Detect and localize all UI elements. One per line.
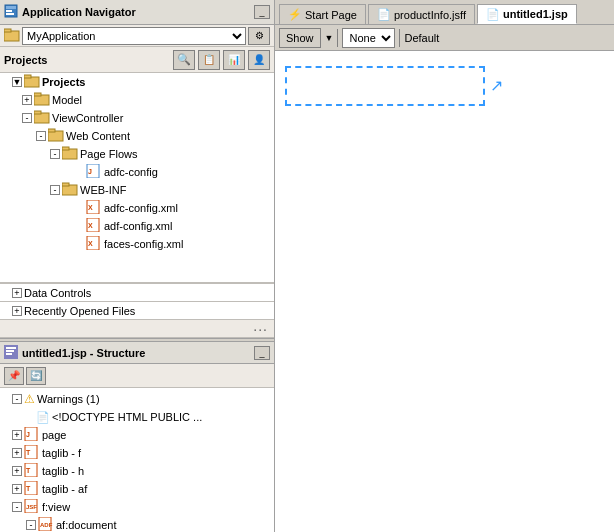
user-button[interactable]: 👤 bbox=[248, 50, 270, 70]
show-dropdown-icon: ▼ bbox=[325, 33, 334, 43]
svg-rect-13 bbox=[48, 129, 55, 132]
tree-item-doctype[interactable]: 📄 <!DOCTYPE HTML PUBLIC ... bbox=[0, 408, 274, 426]
expand-fview[interactable]: - bbox=[12, 502, 22, 512]
structure-btn2[interactable]: 🔄 bbox=[26, 367, 46, 385]
svg-rect-11 bbox=[34, 111, 41, 114]
structure-title: untitled1.jsp - Structure bbox=[22, 347, 145, 359]
svg-rect-15 bbox=[62, 147, 69, 150]
right-panel: Show ▼ None Default ↗ bbox=[275, 25, 614, 532]
view2-button[interactable]: 📊 bbox=[223, 50, 245, 70]
fview-label: f:view bbox=[42, 501, 70, 513]
untitled1-icon: 📄 bbox=[486, 8, 500, 21]
recently-opened-label: Recently Opened Files bbox=[24, 305, 135, 317]
product-info-label: productInfo.jsff bbox=[394, 9, 466, 21]
tree-item-page[interactable]: + J page bbox=[0, 426, 274, 444]
expand-data-controls[interactable]: + bbox=[12, 288, 22, 298]
structure-btn1[interactable]: 📌 bbox=[4, 367, 24, 385]
expand-warnings[interactable]: - bbox=[12, 394, 22, 404]
expand-viewcontroller[interactable]: - bbox=[22, 113, 32, 123]
expand-model[interactable]: + bbox=[22, 95, 32, 105]
none-combo[interactable]: None bbox=[342, 28, 395, 48]
expand-taglib-h[interactable]: + bbox=[12, 466, 22, 476]
product-info-icon: 📄 bbox=[377, 8, 391, 21]
tree-item-adfc-config-xml[interactable]: X adfc-config.xml bbox=[0, 199, 274, 217]
taglib-af-label: taglib - af bbox=[42, 483, 87, 495]
doctype-icon: 📄 bbox=[36, 411, 50, 424]
search-button[interactable]: 🔍 bbox=[173, 50, 195, 70]
svg-text:T: T bbox=[26, 485, 31, 492]
webinf-label: WEB-INF bbox=[80, 184, 126, 196]
structure-panel-icon bbox=[4, 345, 18, 361]
svg-rect-7 bbox=[24, 75, 31, 78]
viewcontroller-folder-icon bbox=[34, 110, 50, 126]
svg-text:T: T bbox=[26, 467, 31, 474]
app-navigator-title-bar: Application Navigator _ bbox=[0, 0, 275, 24]
svg-text:X: X bbox=[88, 240, 93, 247]
start-page-label: Start Page bbox=[305, 9, 357, 21]
adfc-config-label: adfc-config bbox=[104, 166, 158, 178]
afdocument-label: af:document bbox=[56, 519, 117, 531]
expand-recently-opened[interactable]: + bbox=[12, 306, 22, 316]
tree-item-model[interactable]: + Model bbox=[0, 91, 274, 109]
tree-item-taglib-h[interactable]: + T taglib - h bbox=[0, 462, 274, 480]
tree-item-viewcontroller[interactable]: - ViewController bbox=[0, 109, 274, 127]
taglib-f-label: taglib - f bbox=[42, 447, 81, 459]
minimize-button[interactable]: _ bbox=[254, 5, 270, 19]
projects-label: Projects bbox=[4, 54, 47, 66]
svg-text:ADF: ADF bbox=[40, 522, 53, 528]
adf-config-xml-label: adf-config.xml bbox=[104, 220, 172, 232]
adfc-config-xml-icon: X bbox=[86, 200, 102, 216]
expand-afdocument[interactable]: - bbox=[26, 520, 36, 530]
tab-untitled1[interactable]: 📄 untitled1.jsp bbox=[477, 4, 577, 24]
projects-tree-label: Projects bbox=[42, 76, 85, 88]
adfc-config-xml-label: adfc-config.xml bbox=[104, 202, 178, 214]
tree-item-fview[interactable]: - JSF f:view bbox=[0, 498, 274, 516]
expand-pageflows[interactable]: - bbox=[50, 149, 60, 159]
app-navigator-title: Application Navigator bbox=[22, 6, 254, 18]
expand-webcontent[interactable]: - bbox=[36, 131, 46, 141]
app-settings-button[interactable]: ⚙ bbox=[248, 27, 270, 45]
tab-product-info[interactable]: 📄 productInfo.jsff bbox=[368, 4, 475, 24]
tree-item-taglib-f[interactable]: + T taglib - f bbox=[0, 444, 274, 462]
svg-text:T: T bbox=[26, 449, 31, 456]
pageflows-folder-icon bbox=[62, 146, 78, 162]
project-folder-icon bbox=[4, 28, 20, 44]
expand-taglib-af[interactable]: + bbox=[12, 484, 22, 494]
webinf-folder-icon bbox=[62, 182, 78, 198]
show-button[interactable]: Show bbox=[279, 28, 321, 48]
tree-item-data-controls[interactable]: + Data Controls bbox=[0, 283, 274, 301]
svg-text:X: X bbox=[88, 222, 93, 229]
tree-item-adf-config-xml[interactable]: X adf-config.xml bbox=[0, 217, 274, 235]
editor-area[interactable]: ↗ bbox=[275, 51, 614, 532]
tree-item-afdocument[interactable]: - ADF af:document bbox=[0, 516, 274, 532]
expand-projects[interactable]: ▼ bbox=[12, 77, 22, 87]
app-combo[interactable]: MyApplication bbox=[22, 27, 246, 45]
tree-item-webinf[interactable]: - WEB-INF bbox=[0, 181, 274, 199]
tree-item-recently-opened[interactable]: + Recently Opened Files bbox=[0, 301, 274, 319]
svg-rect-29 bbox=[6, 353, 12, 355]
tree-item-webcontent[interactable]: - Web Content bbox=[0, 127, 274, 145]
model-folder-icon bbox=[34, 92, 50, 108]
selection-arrow: ↗ bbox=[490, 76, 503, 95]
tree-item-warnings[interactable]: - ⚠ Warnings (1) bbox=[0, 390, 274, 408]
expand-taglib-f[interactable]: + bbox=[12, 448, 22, 458]
structure-toolbar: 📌 🔄 bbox=[0, 364, 274, 388]
expand-page[interactable]: + bbox=[12, 430, 22, 440]
svg-rect-2 bbox=[6, 10, 12, 12]
tree-item-taglib-af[interactable]: + T taglib - af bbox=[0, 480, 274, 498]
taglib-f-icon: T bbox=[24, 445, 40, 461]
faces-config-xml-label: faces-config.xml bbox=[104, 238, 183, 250]
structure-header: untitled1.jsp - Structure _ bbox=[0, 342, 274, 364]
tree-item-pageflows[interactable]: - Page Flows bbox=[0, 145, 274, 163]
structure-minimize-button[interactable]: _ bbox=[254, 346, 270, 360]
view1-button[interactable]: 📋 bbox=[198, 50, 220, 70]
tree-item-projects[interactable]: ▼ Projects bbox=[0, 73, 274, 91]
project-tree: ▼ Projects + Model bbox=[0, 73, 274, 283]
more-dots[interactable]: ··· bbox=[0, 320, 274, 338]
adf-config-xml-icon: X bbox=[86, 218, 102, 234]
tab-start-page[interactable]: ⚡ Start Page bbox=[279, 4, 366, 24]
expand-webinf[interactable]: - bbox=[50, 185, 60, 195]
tree-item-adfc-config[interactable]: J adfc-config bbox=[0, 163, 274, 181]
taglib-h-label: taglib - h bbox=[42, 465, 84, 477]
tree-item-faces-config-xml[interactable]: X faces-config.xml bbox=[0, 235, 274, 253]
